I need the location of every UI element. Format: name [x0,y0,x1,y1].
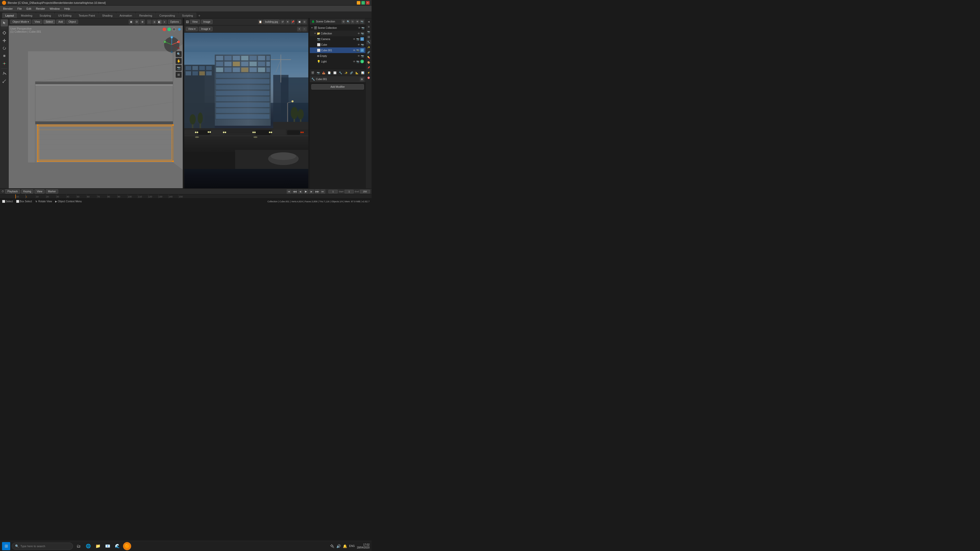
mode-select-dropdown[interactable]: Object Mode ▾ [10,20,31,24]
img-slot-btn[interactable]: 📋 [258,20,262,24]
shading-render-btn[interactable]: ● [162,20,167,24]
play-next-keyframe[interactable]: ▶▶ [315,189,320,194]
outliner-search-btn[interactable]: 🔍 [346,20,350,24]
tool-select[interactable] [1,19,8,27]
outliner-sync-btn[interactable]: ↻ [351,20,355,24]
menu-help[interactable]: Help [62,6,72,11]
properties-splitter[interactable] [308,18,309,188]
menu-file[interactable]: File [15,6,24,11]
tab-texture-paint[interactable]: Texture Paint [75,13,98,18]
maximize-button[interactable]: ☐ [361,1,365,5]
img-view-menu[interactable]: View [190,20,200,24]
tool-move[interactable] [1,37,8,44]
img-mode-btn[interactable]: 🔲 [297,20,302,24]
start-frame-input[interactable] [345,190,354,193]
outliner-cube-001[interactable]: ⬜ Cube.001 👁 📷 ✓ [310,48,366,53]
prop-icon-constraints[interactable]: 📐 [354,69,360,76]
tab-scripting[interactable]: Scripting [179,13,196,18]
options-button[interactable]: Options [168,20,181,24]
viewport-3d[interactable]: Object Mode ▾ View Select Add Object ◉ ⊙… [9,18,183,188]
right-panel-btn-7[interactable]: 🔗 [366,50,371,55]
view-menu[interactable]: View [32,20,42,24]
viewport-canvas[interactable]: User Perspective (1) Collection | Cube.0… [9,25,183,188]
tab-layout[interactable]: Layout [2,13,17,18]
prop-options-btn[interactable]: ⚙ [360,77,364,81]
play-prev-frame[interactable]: ◀ [298,189,303,194]
img-image-menu[interactable]: Image [201,20,213,24]
img-reload-btn[interactable]: ↺ [280,20,285,24]
right-panel-btn-12[interactable]: 🎯 [366,76,371,80]
prop-icon-physics[interactable]: 🔗 [349,69,355,76]
tool-transform[interactable] [1,60,8,67]
tab-shading[interactable]: Shading [99,13,116,18]
tool-annotate[interactable] [1,70,8,77]
prop-icon-view-layer[interactable]: 📑 [326,69,332,76]
prop-icon-object[interactable]: ⬜ [332,69,338,76]
img-zoom-in[interactable]: + [297,27,302,32]
menu-blender[interactable]: Blender [1,6,15,11]
menu-render[interactable]: Render [34,6,47,11]
pan-btn[interactable]: ✋ [176,58,182,64]
right-panel-btn-4[interactable]: 🖼 [366,35,371,39]
tool-rotate[interactable] [1,44,8,52]
current-frame-input[interactable] [328,190,338,193]
tab-uv-editing[interactable]: UV Editing [55,13,75,18]
close-button[interactable]: ✕ [366,1,369,5]
tab-compositing[interactable]: Compositing [156,13,178,18]
img-view-btn[interactable]: View ▾ [186,27,198,31]
img-close-btn[interactable]: ✕ [285,20,290,24]
outliner-collection[interactable]: ▼ 📁 Collection 👁 📷 [310,30,366,36]
right-panel-btn-8[interactable]: 💊 [366,55,371,60]
shading-solid-btn[interactable]: ◑ [152,20,157,24]
outliner-filter-btn[interactable]: ⚙ [342,20,345,24]
img-settings-btn[interactable]: ⚙ [302,20,307,24]
viewport-shading-btn[interactable]: ◉ [129,19,134,24]
viewport-gizmo-btn[interactable]: ⊕ [140,19,145,24]
prop-icon-render[interactable]: 📷 [315,69,321,76]
object-menu[interactable]: Object [66,20,78,24]
view-menu-timeline[interactable]: View [35,189,45,194]
prop-icon-data[interactable]: 📊 [360,69,366,76]
outliner-empty[interactable]: ⊕ Empty 👁 📷 [310,53,366,59]
zoom-btn[interactable]: 🔍 [176,51,182,57]
img-filename[interactable]: building.jpg [263,20,280,24]
viewport-splitter[interactable] [183,18,184,188]
right-panel-btn-2[interactable]: ⊞ [366,24,371,29]
right-panel-btn-10[interactable]: 📌 [366,65,371,70]
outliner-vis-toggle[interactable]: 👁 [355,20,360,24]
viewport-overlay-btn[interactable]: ⊙ [134,19,139,24]
camera-view-btn[interactable]: 📷 [176,65,182,71]
playback-menu[interactable]: Playback [5,189,20,194]
tool-scale[interactable] [1,52,8,59]
prop-icon-modifier[interactable]: 🔧 [338,69,343,76]
shading-material-btn[interactable]: ◐ [157,20,162,24]
img-image-btn[interactable]: Image ▾ [199,27,213,31]
img-zoom-out[interactable]: − [302,27,307,32]
tool-measure[interactable] [1,78,8,85]
prop-icon-particles[interactable]: ✨ [343,69,349,76]
outliner-light[interactable]: 💡 Light 👁 📷 ● [310,59,366,64]
prop-icon-scene[interactable]: 🎬 [310,69,315,76]
tool-cursor[interactable] [1,29,8,37]
select-menu[interactable]: Select [43,20,55,24]
play-jump-start[interactable]: ⏮ [286,189,292,194]
menu-window[interactable]: Window [48,6,62,11]
outliner-scene-collection[interactable]: ▼ 🎬 Scene Collection 👁 📷 [310,25,366,30]
right-panel-btn-9[interactable]: 🎨 [366,60,371,65]
outliner-render-toggle[interactable]: 📷 [360,20,364,24]
right-panel-btn-3[interactable]: 📷 [366,30,371,34]
menu-edit[interactable]: Edit [24,6,33,11]
marker-menu[interactable]: Marker [46,189,58,194]
tab-animation[interactable]: Animation [116,13,135,18]
tab-modeling[interactable]: Modeling [18,13,36,18]
right-panel-btn-1[interactable]: ◀ [366,19,371,24]
play-next-frame[interactable]: ▶ [309,189,314,194]
frame-all-btn[interactable]: ⊞ [176,72,182,78]
tab-rendering[interactable]: Rendering [136,13,156,18]
minimize-button[interactable]: — [357,1,360,5]
outliner-camera[interactable]: 📷 Camera 👁 📷 C [310,36,366,42]
right-panel-btn-11[interactable]: ⚡ [366,70,371,75]
play-button[interactable]: ▶ [304,189,309,194]
play-prev-keyframe[interactable]: ◀◀ [292,189,298,194]
end-frame-input[interactable] [360,190,370,193]
